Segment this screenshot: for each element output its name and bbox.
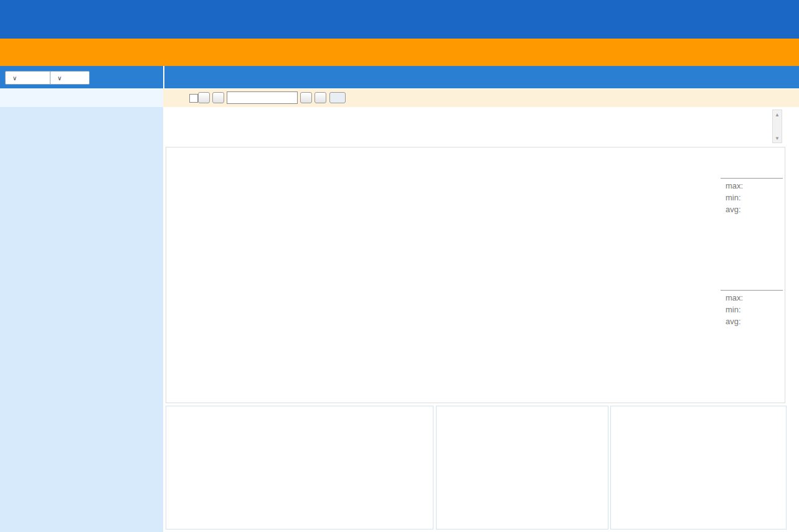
interval-table bbox=[166, 406, 433, 530]
region-selector-bar: ∨ ∨ bbox=[0, 66, 163, 88]
scroll-up-icon[interactable]: ▲ bbox=[773, 110, 782, 119]
station-selector: ▲ ▼ bbox=[163, 107, 799, 147]
fast-back-button[interactable] bbox=[198, 92, 210, 103]
back-button[interactable] bbox=[212, 92, 224, 103]
stat-row: avg: bbox=[721, 317, 783, 326]
hourly-min bbox=[747, 193, 778, 202]
brand-link[interactable] bbox=[595, 39, 726, 66]
charts-panel: max: min: avg: max: min: avg: bbox=[166, 147, 785, 403]
stat-row: max: bbox=[721, 293, 783, 302]
chevron-down-icon: ∨ bbox=[12, 75, 17, 82]
daily-stats-title bbox=[721, 288, 783, 291]
sidebar bbox=[0, 88, 163, 532]
stat-row: min: bbox=[721, 305, 783, 314]
interval-pie-chart bbox=[437, 421, 608, 529]
daily-stats-panel: max: min: avg: bbox=[721, 288, 783, 326]
hourly-max bbox=[747, 181, 778, 190]
level-pie-chart bbox=[611, 421, 786, 529]
calendar-picker-button[interactable] bbox=[329, 92, 346, 103]
page-header bbox=[0, 0, 799, 39]
charts-canvas bbox=[166, 147, 786, 403]
download-icon[interactable] bbox=[763, 154, 777, 167]
hourly-stats-title bbox=[721, 176, 783, 179]
main-navbar bbox=[0, 39, 799, 66]
app-root: ∨ ∨ ▲ ▼ bbox=[0, 0, 799, 532]
realtime-checkbox[interactable] bbox=[189, 94, 198, 103]
stat-row: avg: bbox=[721, 205, 783, 214]
level-pie-panel bbox=[610, 406, 787, 530]
hourly-stats-panel: max: min: avg: bbox=[721, 176, 783, 214]
sidebar-item-statistics[interactable] bbox=[0, 88, 163, 107]
scope-select[interactable]: ∨ bbox=[50, 71, 90, 85]
analysis-tabbar bbox=[163, 66, 799, 88]
chevron-down-icon: ∨ bbox=[57, 75, 62, 82]
time-toolbar bbox=[163, 88, 799, 107]
daily-min bbox=[747, 305, 778, 314]
hourly-avg bbox=[747, 205, 778, 214]
daily-avg bbox=[747, 317, 778, 326]
stat-row: max: bbox=[721, 181, 783, 190]
interval-pie-panel bbox=[436, 406, 608, 530]
station-scrollbar[interactable]: ▲ ▼ bbox=[772, 110, 782, 143]
logout-button[interactable] bbox=[759, 39, 790, 66]
fast-forward-button[interactable] bbox=[314, 92, 326, 103]
city-select[interactable]: ∨ bbox=[5, 71, 52, 85]
stat-row: min: bbox=[721, 193, 783, 202]
datetime-input[interactable] bbox=[227, 91, 298, 104]
scroll-down-icon[interactable]: ▼ bbox=[773, 134, 782, 142]
forward-button[interactable] bbox=[300, 92, 312, 103]
daily-max bbox=[747, 293, 778, 302]
